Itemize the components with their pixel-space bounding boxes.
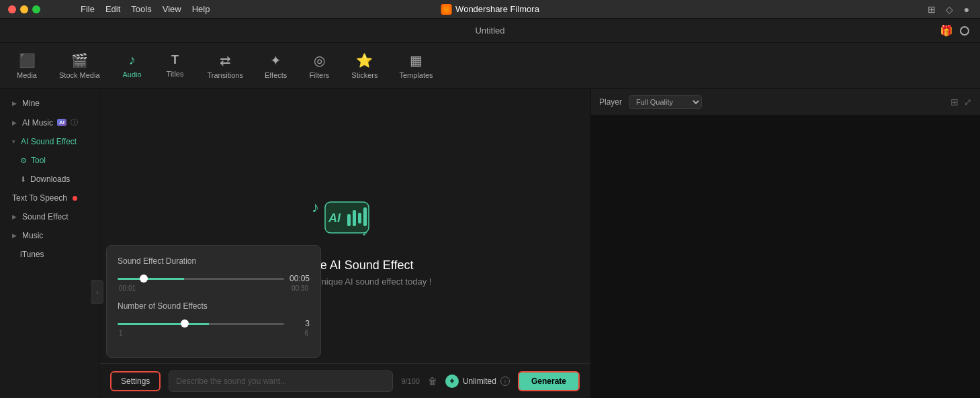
- ai-sound-logo: ♪ ♪ AI: [305, 187, 386, 248]
- toolbar-audio[interactable]: ♪ Audio: [112, 48, 152, 83]
- minimize-button[interactable]: [20, 5, 28, 13]
- count-value: 3: [289, 319, 310, 328]
- toolbar-effects[interactable]: ✦ Effects: [255, 48, 296, 83]
- player-label: Player: [599, 97, 622, 107]
- ai-sound-logo-svg: ♪ ♪ AI: [308, 189, 382, 246]
- svg-rect-6: [358, 213, 361, 223]
- toolbar-templates[interactable]: ▦ Templates: [390, 48, 442, 83]
- templates-label: Templates: [399, 71, 433, 79]
- toolbar-filters[interactable]: ◎ Filters: [299, 48, 339, 83]
- diamond-icon[interactable]: ◇: [944, 4, 954, 15]
- sidebar-item-downloads[interactable]: ⬇ Downloads: [0, 170, 99, 189]
- stickers-label: Stickers: [351, 71, 377, 79]
- count-max: 6: [304, 330, 308, 337]
- sidebar: ▶ Mine ▶ AI Music AI ⓘ ▾ AI Sound Effect…: [0, 89, 99, 398]
- effects-icon: ✦: [270, 52, 281, 68]
- sidebar-item-text-to-speech[interactable]: Text To Speech: [0, 189, 99, 207]
- duration-min: 00:01: [119, 285, 136, 292]
- close-button[interactable]: [8, 5, 16, 13]
- sidebar-ai-sound-label: AI Sound Effect: [21, 137, 77, 146]
- toolbar-stock-media[interactable]: 🎬 Stock Media: [50, 48, 109, 83]
- generate-button[interactable]: Generate: [518, 371, 580, 391]
- sidebar-collapse-button[interactable]: ‹: [91, 280, 99, 304]
- sidebar-sound-effect-label: Sound Effect: [22, 212, 69, 221]
- sidebar-item-itunes[interactable]: iTunes: [0, 245, 99, 264]
- transitions-icon: ⇄: [220, 52, 231, 68]
- sidebar-mine-label: Mine: [22, 99, 40, 108]
- titles-icon: T: [171, 53, 179, 67]
- stock-media-icon: 🎬: [71, 52, 88, 68]
- audio-icon: ♪: [129, 52, 136, 68]
- text-input-area[interactable]: Describe the sound you want...: [169, 370, 393, 392]
- info-icon[interactable]: i: [500, 377, 510, 386]
- count-label: Number of Sound Effects: [118, 301, 310, 311]
- sidebar-itunes-label: iTunes: [20, 250, 44, 259]
- effects-label: Effects: [265, 71, 287, 79]
- app-name-label: Wondershare Filmora: [455, 4, 539, 14]
- stock-media-label: Stock Media: [59, 71, 100, 79]
- count-slider-labels: 1 6: [118, 330, 310, 337]
- maximize-icon[interactable]: ⤢: [964, 97, 972, 107]
- char-count: 9/100: [401, 377, 420, 385]
- quality-select[interactable]: Full Quality Half Quality Quarter Qualit…: [629, 95, 702, 109]
- tool-icon: ⚙: [20, 156, 27, 165]
- app-name: Wondershare Filmora: [441, 4, 539, 15]
- titlebar: Wondershare Filmora File Edit Tools View…: [0, 0, 980, 19]
- sidebar-music-label: Music: [22, 231, 43, 240]
- sidebar-item-ai-music[interactable]: ▶ AI Music AI ⓘ: [0, 113, 99, 132]
- right-panel: Player Full Quality Half Quality Quarter…: [590, 89, 980, 398]
- sidebar-tool-label: Tool: [31, 156, 46, 165]
- duration-slider-labels: 00:01 00:30: [118, 285, 310, 292]
- toolbar-transitions[interactable]: ⇄ Transitions: [198, 48, 253, 83]
- fullscreen-button[interactable]: [32, 5, 40, 13]
- count-slider-container: 3 1 6: [118, 319, 310, 337]
- duration-max: 00:30: [292, 285, 308, 292]
- toolbar-media[interactable]: ⬛ Media: [7, 48, 47, 83]
- content-bottom: Settings Describe the sound you want... …: [99, 363, 590, 398]
- chevron-down-icon: ▾: [12, 138, 15, 145]
- sidebar-tts-label: Text To Speech: [12, 193, 67, 203]
- menu-help[interactable]: Help: [192, 4, 210, 14]
- titles-label: Titles: [167, 70, 184, 78]
- window-titlebar: Untitled 🎁: [0, 19, 980, 43]
- chevron-right-icon: ▶: [12, 213, 17, 220]
- traffic-lights: [8, 5, 40, 13]
- layout-split-icon[interactable]: ⊞: [950, 97, 959, 107]
- sidebar-item-music[interactable]: ▶ Music: [0, 226, 99, 245]
- toolbar-titles[interactable]: T Titles: [155, 49, 195, 82]
- toolbar-stickers[interactable]: ⭐ Stickers: [342, 48, 387, 83]
- avatar-icon[interactable]: ●: [961, 4, 972, 15]
- app-icon: [441, 4, 451, 15]
- info-icon[interactable]: ⓘ: [71, 117, 78, 128]
- gift-icon[interactable]: 🎁: [940, 24, 953, 37]
- ai-badge: AI: [57, 119, 66, 126]
- text-placeholder: Describe the sound you want...: [176, 377, 287, 386]
- sidebar-item-ai-sound-effect[interactable]: ▾ AI Sound Effect: [0, 132, 99, 151]
- menu-edit[interactable]: Edit: [105, 4, 120, 14]
- sidebar-downloads-label: Downloads: [30, 175, 70, 184]
- chevron-right-icon: ▶: [12, 100, 17, 107]
- settings-popup: Sound Effect Duration 00:05 00:01 00:30 …: [106, 245, 321, 358]
- new-badge: [73, 196, 77, 201]
- sidebar-item-tool[interactable]: ⚙ Tool: [0, 151, 99, 170]
- svg-rect-4: [347, 214, 351, 226]
- unlimited-label: Unlimited: [463, 377, 496, 386]
- download-icon: ⬇: [20, 175, 26, 184]
- count-slider[interactable]: [118, 323, 284, 325]
- settings-button[interactable]: Settings: [110, 371, 161, 391]
- duration-slider-container: 00:05 00:01 00:30: [118, 274, 310, 292]
- layout-icon[interactable]: ⊞: [926, 4, 937, 15]
- titlebar-right: ⊞ ◇ ●: [926, 4, 972, 15]
- unlimited-icon: +: [445, 375, 459, 388]
- player-header-icons: ⊞ ⤢: [950, 97, 972, 107]
- unlimited-button[interactable]: + Unlimited i: [445, 375, 510, 388]
- sidebar-item-mine[interactable]: ▶ Mine: [0, 94, 99, 113]
- menu-file[interactable]: File: [81, 4, 95, 14]
- menu-view[interactable]: View: [163, 4, 181, 14]
- trash-icon[interactable]: 🗑: [428, 376, 437, 387]
- record-icon[interactable]: [960, 26, 969, 36]
- svg-rect-7: [363, 207, 367, 226]
- sidebar-item-sound-effect[interactable]: ▶ Sound Effect: [0, 207, 99, 226]
- menu-tools[interactable]: Tools: [131, 4, 151, 14]
- duration-slider[interactable]: [118, 278, 284, 280]
